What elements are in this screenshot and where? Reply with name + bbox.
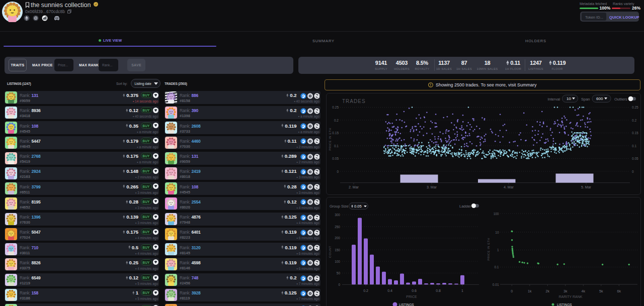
svg-text:300: 300 [335,213,340,217]
svg-text:0.2: 0.2 [632,119,636,122]
svg-text:0: 0 [632,170,634,173]
svg-text:Span: Span [581,97,590,101]
svg-text:0: 0 [511,289,513,293]
svg-text:0.1: 0.1 [632,144,636,148]
svg-text:100: 100 [494,212,499,216]
svg-text:0.6: 0.6 [412,289,417,292]
svg-text:0.8: 0.8 [436,289,441,292]
svg-text:COUNT: COUNT [329,246,332,258]
svg-text:0.25: 0.25 [632,106,638,109]
svg-text:Interval: Interval [548,97,560,101]
svg-text:LISTINGS: LISTINGS [399,303,414,306]
svg-text:0.2: 0.2 [363,289,368,292]
svg-text:200: 200 [335,236,340,240]
svg-text:0.05: 0.05 [332,157,339,160]
svg-text:0.1: 0.1 [494,265,499,269]
svg-text:50: 50 [337,271,341,275]
svg-text:4k: 4k [582,289,586,293]
svg-text:LISTINGS: LISTINGS [557,303,572,306]
svg-text:100: 100 [335,260,340,263]
svg-text:RARITY RANK: RARITY RANK [559,295,583,298]
svg-text:3. Mar: 3. Mar [427,185,437,189]
svg-text:4. Mar: 4. Mar [504,185,514,189]
svg-text:0: 0 [338,283,340,286]
svg-text:1: 1 [497,248,499,252]
svg-text:1k: 1k [528,289,532,293]
svg-text:0: 0 [337,170,339,173]
svg-text:0.05: 0.05 [632,157,638,160]
svg-text:10: 10 [567,96,571,101]
svg-text:PRICE IN ETH: PRICE IN ETH [487,238,490,261]
svg-text:3k: 3k [564,289,568,293]
svg-text:2k: 2k [546,289,550,293]
svg-text:150: 150 [335,248,340,252]
svg-text:0.4: 0.4 [387,289,392,292]
svg-text:250: 250 [335,225,340,229]
svg-text:Outliers: Outliers [614,97,627,101]
svg-text:PRICE: PRICE [406,295,417,298]
svg-text:0.15: 0.15 [632,131,638,135]
svg-text:6k: 6k [617,289,621,293]
svg-text:0.1: 0.1 [334,144,339,148]
svg-text:10: 10 [495,231,499,234]
svg-text:1: 1 [461,289,463,292]
svg-text:0.25: 0.25 [332,106,339,109]
svg-text:0.01: 0.01 [493,283,499,286]
svg-text:TRADES: TRADES [342,98,366,104]
svg-text:0.15: 0.15 [332,131,339,135]
svg-text:5. Mar: 5. Mar [581,185,592,189]
svg-text:5k: 5k [599,289,603,293]
svg-text:PRICE IN ETH: PRICE IN ETH [329,128,332,151]
svg-text:600: 600 [596,96,603,101]
svg-text:0.2: 0.2 [334,119,339,122]
svg-text:2. Mar: 2. Mar [349,185,359,189]
